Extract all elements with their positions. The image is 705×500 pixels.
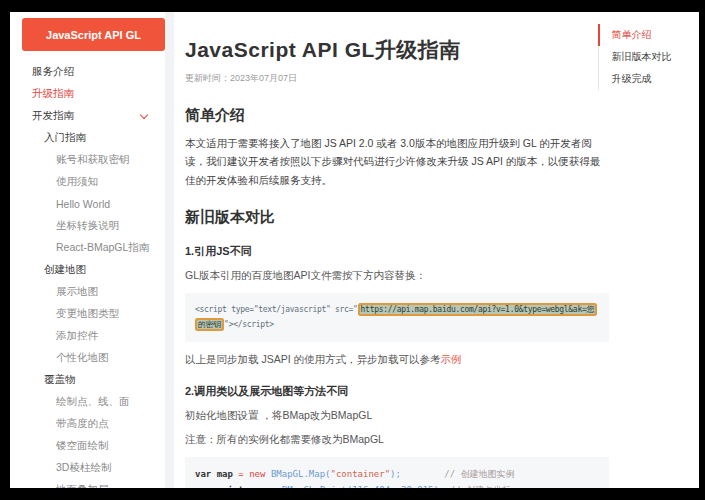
- sidebar-item-label: 个性化地图: [56, 351, 109, 365]
- sidebar-item-label: 覆盖物: [44, 373, 76, 387]
- sidebar-item-label: 服务介绍: [32, 65, 74, 79]
- toc-item[interactable]: 升级完成: [598, 68, 700, 90]
- sidebar-item-label: 使用须知: [56, 175, 98, 189]
- sidebar-item[interactable]: 镂空面绘制: [10, 435, 165, 457]
- code-token: // 创建地图实例: [444, 469, 514, 479]
- subsection-2-heading: 2.调用类以及展示地图等方法不同: [185, 384, 609, 399]
- sidebar-item-label: 镂空面绘制: [56, 439, 109, 453]
- code-line: 的密钥"></script>: [195, 317, 599, 332]
- toc: 简单介绍新旧版本对比升级完成: [598, 24, 699, 90]
- sidebar-title-button[interactable]: JavaScript API GL: [22, 18, 165, 51]
- sidebar-item[interactable]: 使用须知: [10, 171, 165, 193]
- sidebar-item-label: 添加控件: [56, 329, 98, 343]
- subsection-1-heading: 1.引用JS不同: [185, 244, 609, 259]
- sidebar-item[interactable]: 服务介绍: [10, 61, 165, 83]
- sidebar: JavaScript API GL 服务介绍升级指南开发指南入门指南账号和获取密…: [10, 12, 165, 488]
- sidebar-item-label: 3D棱柱绘制: [56, 461, 111, 475]
- sidebar-item-label: 变更地图类型: [56, 307, 119, 321]
- code-token: new: [249, 469, 265, 479]
- toc-item[interactable]: 简单介绍: [598, 24, 700, 46]
- sidebar-item[interactable]: 变更地图类型: [10, 303, 165, 325]
- subsection-1-desc: GL版本引用的百度地图API文件需按下方内容替换：: [185, 269, 609, 283]
- sidebar-item[interactable]: 升级指南: [10, 83, 165, 105]
- sidebar-item-label: Hello World: [56, 198, 110, 210]
- sidebar-item-label: 升级指南: [32, 87, 74, 101]
- chevron-down-icon: [140, 111, 148, 119]
- code-token: new: [260, 485, 276, 488]
- code-line: var point = new BMapGL.Point(116.404, 39…: [195, 482, 599, 488]
- page-title: JavaScript API GL升级指南: [185, 36, 609, 64]
- highlighted-api-url: https://api.map.baidu.com/api?v=1.0&type…: [358, 303, 598, 316]
- page: JavaScript API GL 服务介绍升级指南开发指南入门指南账号和获取密…: [10, 12, 699, 488]
- sidebar-item[interactable]: 开发指南: [10, 105, 165, 127]
- code-token: );: [433, 485, 444, 488]
- section-heading-intro: 简单介绍: [185, 106, 609, 125]
- code-token: var point: [195, 485, 244, 488]
- sidebar-item[interactable]: 带高度的点: [10, 413, 165, 435]
- sidebar-item[interactable]: 创建地图: [10, 259, 165, 281]
- code-token: BMapGL.Point(: [282, 485, 352, 488]
- example-link[interactable]: 示例: [441, 353, 462, 365]
- sidebar-item[interactable]: 展示地图: [10, 281, 165, 303]
- updated-timestamp: 更新时间：2023年07月07日: [185, 72, 609, 85]
- sidebar-item[interactable]: Hello World: [10, 193, 165, 215]
- code-token: 116.404: [352, 485, 390, 488]
- code-token: [401, 469, 444, 479]
- sidebar-item[interactable]: 个性化地图: [10, 347, 165, 369]
- code-text: "></script>: [224, 320, 274, 329]
- code-line: <script type="text/javascript" src="http…: [195, 302, 599, 317]
- sidebar-item-label: 创建地图: [44, 263, 86, 277]
- note-text: 以上是同步加载 JSAPI 的使用方式，异步加载可以参考: [185, 353, 441, 365]
- sidebar-item[interactable]: 坐标转换说明: [10, 215, 165, 237]
- code-token: // 创建点坐标: [450, 485, 511, 488]
- sidebar-item-label: 展示地图: [56, 285, 98, 299]
- code-token: var map: [195, 469, 233, 479]
- sidebar-item[interactable]: 账号和获取密钥: [10, 149, 165, 171]
- sidebar-item[interactable]: 绘制点、线、面: [10, 391, 165, 413]
- subsection-2-desc2: 注意：所有的实例化都需要修改为BMapGL: [185, 433, 609, 447]
- sidebar-item[interactable]: 3D棱柱绘制: [10, 457, 165, 479]
- sidebar-item-label: 坐标转换说明: [56, 219, 119, 233]
- sidebar-nav: 服务介绍升级指南开发指南入门指南账号和获取密钥使用须知Hello World坐标…: [10, 61, 165, 488]
- code-token: ,: [390, 485, 401, 488]
- code-token: 39.915: [401, 485, 434, 488]
- sync-load-note: 以上是同步加载 JSAPI 的使用方式，异步加载可以参考示例: [185, 353, 609, 367]
- intro-paragraph: 本文适用于需要将接入了地图 JS API 2.0 或者 3.0版本的地图应用升级…: [185, 134, 609, 189]
- sidebar-item[interactable]: 地面叠加层: [10, 479, 165, 488]
- sidebar-item[interactable]: React-BMapGL指南: [10, 237, 165, 259]
- code-token: =: [244, 485, 260, 488]
- code-token: "container": [331, 469, 391, 479]
- sidebar-item-label: 带高度的点: [56, 417, 109, 431]
- sidebar-item-label: 地面叠加层: [56, 483, 109, 488]
- sidebar-item[interactable]: 添加控件: [10, 325, 165, 347]
- code-token: BMapGL.Map(: [271, 469, 331, 479]
- code-token: =: [233, 469, 249, 479]
- main-content: JavaScript API GL升级指南 更新时间：2023年07月07日 简…: [185, 12, 609, 488]
- code-token: );: [390, 469, 401, 479]
- sidebar-item[interactable]: 入门指南: [10, 127, 165, 149]
- section-heading-compare: 新旧版本对比: [185, 208, 609, 227]
- highlighted-api-key: 的密钥: [195, 318, 224, 331]
- sidebar-divider: [165, 12, 174, 488]
- sidebar-item-label: 入门指南: [44, 131, 86, 145]
- sidebar-item-label: 账号和获取密钥: [56, 153, 130, 167]
- subsection-2-desc1: 初始化地图设置 ，将BMap改为BMapGL: [185, 409, 609, 423]
- sidebar-item-label: 开发指南: [32, 109, 74, 123]
- toc-item[interactable]: 新旧版本对比: [598, 46, 700, 68]
- sidebar-item-label: 绘制点、线、面: [56, 395, 130, 409]
- code-block-js-sample: var map = new BMapGL.Map("container"); /…: [185, 457, 609, 489]
- code-line: var map = new BMapGL.Map("container"); /…: [195, 466, 599, 483]
- code-text: <script type="text/javascript" src=": [195, 305, 358, 314]
- code-block-script-tag: <script type="text/javascript" src="http…: [185, 293, 609, 341]
- sidebar-item-label: React-BMapGL指南: [56, 241, 149, 255]
- sidebar-item[interactable]: 覆盖物: [10, 369, 165, 391]
